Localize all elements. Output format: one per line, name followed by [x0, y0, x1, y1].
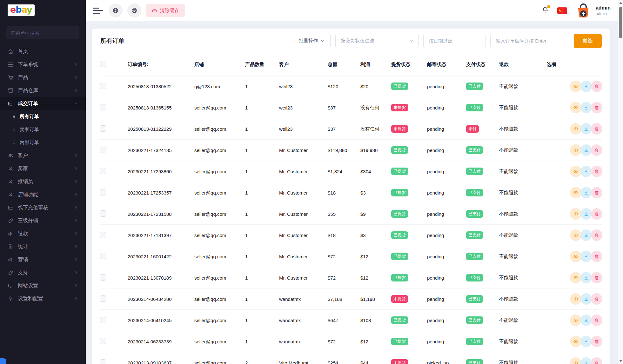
sidebar-item-1[interactable]: 首页	[0, 45, 86, 58]
download-order-button[interactable]	[580, 81, 592, 92]
download-order-button[interactable]	[580, 272, 592, 283]
user-name[interactable]: admin	[596, 5, 611, 11]
sidebar-item-4[interactable]: 产品仓库	[0, 84, 86, 97]
sidebar-item-9[interactable]: 店铺功能	[0, 188, 86, 201]
delete-order-button[interactable]	[591, 314, 602, 326]
view-order-button[interactable]	[570, 229, 581, 241]
sidebar-item-3[interactable]: 产品	[0, 71, 86, 84]
delete-order-button[interactable]	[591, 166, 602, 177]
china-flag-icon[interactable]: ★★★★★	[557, 7, 567, 14]
scrollbar-thumb[interactable]	[619, 7, 622, 38]
menu-search-input[interactable]	[6, 26, 79, 39]
sidebar-item-7[interactable]: 卖家	[0, 162, 86, 175]
view-order-button[interactable]	[570, 123, 581, 135]
row-checkbox[interactable]	[100, 295, 106, 302]
delete-order-button[interactable]	[591, 123, 602, 135]
row-checkbox[interactable]	[100, 274, 106, 281]
view-order-button[interactable]	[570, 144, 581, 156]
download-order-button[interactable]	[580, 293, 592, 305]
sidebar-item-11[interactable]: 三级分销	[0, 214, 86, 227]
language-button[interactable]	[109, 3, 123, 17]
view-order-button[interactable]	[570, 251, 581, 262]
delete-order-button[interactable]	[591, 272, 602, 283]
delete-order-button[interactable]	[591, 251, 602, 262]
delete-order-button[interactable]	[591, 144, 602, 156]
delete-order-button[interactable]	[591, 229, 602, 241]
sidebar-item-6[interactable]: 客户	[0, 149, 86, 162]
row-checkbox[interactable]	[100, 189, 106, 195]
delete-order-button[interactable]	[591, 293, 602, 305]
row-checkbox[interactable]	[100, 210, 106, 217]
row-checkbox[interactable]	[100, 359, 106, 364]
sidebar-subitem[interactable]: 卖家订单	[0, 123, 86, 136]
download-order-button[interactable]	[580, 229, 592, 241]
order-number-input[interactable]	[490, 34, 569, 48]
row-checkbox[interactable]	[100, 338, 106, 344]
download-order-button[interactable]	[580, 314, 592, 326]
view-order-button[interactable]	[570, 293, 581, 305]
delete-order-button[interactable]	[591, 357, 602, 364]
view-order-button[interactable]	[570, 81, 581, 92]
row-checkbox[interactable]	[100, 104, 106, 110]
download-order-button[interactable]	[580, 208, 592, 220]
download-order-button[interactable]	[580, 102, 592, 113]
sidebar-item-17[interactable]: 设置和配置	[0, 292, 86, 305]
scroll-down-arrow[interactable]	[619, 360, 622, 362]
chevron-right-icon	[74, 193, 78, 197]
sidebar-subitem[interactable]: 内部订单	[0, 136, 86, 149]
row-checkbox[interactable]	[100, 317, 106, 323]
delete-order-button[interactable]	[591, 336, 602, 347]
sidebar-item-5[interactable]: 成交订单	[0, 97, 86, 110]
sidebar-item-8[interactable]: 推销员	[0, 175, 86, 188]
page-scrollbar[interactable]	[618, 0, 623, 364]
row-checkbox[interactable]	[100, 125, 106, 132]
trash-icon	[594, 126, 599, 131]
delete-order-button[interactable]	[591, 187, 602, 198]
row-checkbox[interactable]	[100, 253, 106, 259]
view-order-button[interactable]	[570, 357, 581, 364]
sidebar-item-12[interactable]: 退款	[0, 227, 86, 240]
sidebar-item-13[interactable]: 统计	[0, 240, 86, 253]
sidebar-item-10[interactable]: 线下充值审核	[0, 201, 86, 214]
chat-widget-corner[interactable]	[0, 358, 6, 364]
download-order-button[interactable]	[580, 357, 592, 364]
user-avatar[interactable]	[575, 2, 592, 19]
date-filter-input[interactable]	[423, 34, 486, 48]
view-order-button[interactable]	[570, 208, 581, 220]
row-checkbox[interactable]	[100, 168, 106, 174]
delete-order-button[interactable]	[591, 208, 602, 220]
select-all-checkbox[interactable]	[100, 61, 106, 67]
download-order-button[interactable]	[580, 123, 592, 135]
scroll-up-arrow[interactable]	[619, 2, 622, 4]
sidebar-item-14[interactable]: 营销	[0, 253, 86, 266]
row-checkbox[interactable]	[100, 232, 106, 238]
bulk-actions-dropdown[interactable]: 批量操作	[293, 34, 331, 48]
sidebar-item-15[interactable]: 支持	[0, 266, 86, 279]
download-order-button[interactable]	[580, 336, 592, 347]
view-order-button[interactable]	[570, 314, 581, 326]
delivery-status-filter[interactable]: 按交货状态过滤	[335, 34, 419, 48]
clear-cache-button[interactable]: 清除缓存	[146, 4, 185, 17]
download-order-button[interactable]	[580, 187, 592, 198]
view-order-button[interactable]	[570, 102, 581, 113]
download-order-button[interactable]	[580, 251, 592, 262]
delete-order-button[interactable]	[591, 102, 602, 113]
sidebar-item-2[interactable]: 下单系统	[0, 58, 86, 71]
hamburger-menu-icon[interactable]	[93, 6, 104, 15]
ebay-logo[interactable]: ebay	[8, 4, 35, 16]
filter-button[interactable]: 筛选	[574, 34, 602, 48]
sidebar-subitem[interactable]: 所有订单	[0, 110, 86, 123]
row-checkbox[interactable]	[100, 147, 106, 153]
view-order-button[interactable]	[570, 336, 581, 347]
notifications-button[interactable]	[541, 6, 549, 15]
download-order-button[interactable]	[580, 144, 592, 156]
view-order-button[interactable]	[570, 272, 581, 283]
delete-order-button[interactable]	[591, 81, 602, 92]
view-order-button[interactable]	[570, 187, 581, 198]
row-checkbox[interactable]	[100, 83, 106, 89]
print-button[interactable]	[127, 3, 141, 17]
view-order-button[interactable]	[570, 166, 581, 177]
download-order-button[interactable]	[580, 166, 592, 177]
sidebar-item-16[interactable]: 网站设置	[0, 279, 86, 292]
mail-status: pending	[427, 148, 466, 153]
